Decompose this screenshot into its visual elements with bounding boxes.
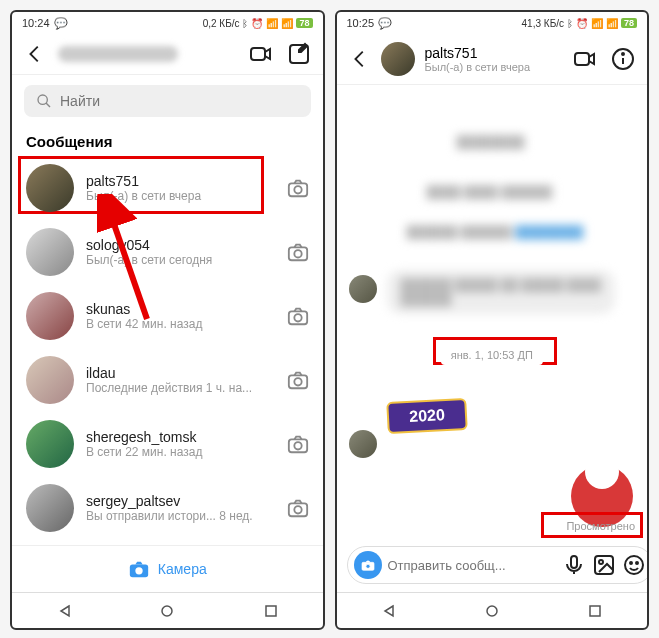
chat-thread-header: palts751 Был(-a) в сети вчера	[337, 34, 648, 85]
nav-back-icon[interactable]	[381, 604, 395, 618]
camera-icon[interactable]	[287, 305, 309, 327]
compose-camera-button[interactable]	[354, 551, 382, 579]
chat-name: ildau	[86, 365, 275, 381]
chat-row[interactable]: skunas В сети 42 мин. назад	[12, 284, 323, 348]
avatar	[26, 228, 74, 276]
thread-username[interactable]: palts751	[425, 45, 531, 61]
message-timestamp: янв. 1, 10:53 ДП	[441, 345, 543, 365]
camera-icon	[360, 557, 376, 573]
back-arrow-icon[interactable]	[349, 48, 371, 70]
svg-point-2	[38, 95, 47, 104]
search-input[interactable]	[60, 93, 299, 109]
back-arrow-icon[interactable]	[24, 43, 46, 65]
message-composer	[337, 538, 648, 592]
camera-icon[interactable]	[287, 369, 309, 391]
svg-point-26	[599, 560, 603, 564]
svg-point-8	[294, 314, 301, 321]
bluetooth-icon: ᛒ	[242, 18, 248, 29]
phone-left-dm-list: 10:24 💬 0,2 КБ/с ᛒ ⏰ 📶 📶 78 Сообщения	[10, 10, 325, 630]
svg-point-29	[636, 562, 638, 564]
avatar	[26, 164, 74, 212]
svg-rect-19	[575, 53, 589, 65]
chat-row[interactable]: sergey_paltsev Вы отправили истори... 8 …	[12, 476, 323, 540]
search-box[interactable]	[24, 85, 311, 117]
chat-row[interactable]: sologv054 Был(-a) в сети сегодня	[12, 220, 323, 284]
chat-row[interactable]: sheregesh_tomsk В сети 22 мин. назад	[12, 412, 323, 476]
chat-row[interactable]: ildau Последние действия 1 ч. на...	[12, 348, 323, 412]
blurred-message: ████████	[457, 135, 525, 149]
chat-list: palts751 Был(-a) в сети вчера sologv054 …	[12, 156, 323, 545]
avatar	[26, 484, 74, 532]
status-time: 10:25	[347, 17, 375, 29]
chat-name: skunas	[86, 301, 275, 317]
svg-point-27	[625, 556, 643, 574]
camera-icon[interactable]	[287, 177, 309, 199]
android-nav-bar	[337, 592, 648, 628]
chat-bubble-icon: 💬	[54, 17, 68, 30]
status-time: 10:24	[22, 17, 50, 29]
camera-button[interactable]: Камера	[12, 545, 323, 592]
svg-rect-24	[571, 556, 577, 568]
compose-icon[interactable]	[287, 42, 311, 66]
chat-name: sergey_paltsev	[86, 493, 275, 509]
svg-point-17	[162, 606, 172, 616]
search-icon	[36, 93, 52, 109]
account-name-blurred[interactable]	[58, 46, 178, 62]
sticker-2020[interactable]: 2020	[386, 398, 468, 434]
avatar	[26, 292, 74, 340]
svg-point-21	[622, 53, 624, 55]
camera-icon[interactable]	[287, 433, 309, 455]
sticker-icon[interactable]	[622, 553, 646, 577]
wifi-icon: 📶	[281, 18, 293, 29]
chat-bubble-icon: 💬	[378, 17, 392, 30]
thread-status: Был(-a) в сети вчера	[425, 61, 531, 73]
nav-back-icon[interactable]	[57, 604, 71, 618]
camera-icon[interactable]	[287, 241, 309, 263]
avatar	[26, 420, 74, 468]
blurred-message: ██████ ██████ ████████	[407, 225, 584, 239]
sticker-bunny[interactable]	[571, 465, 633, 527]
message-input[interactable]	[388, 558, 556, 573]
blurred-message-bubble: ██████ █████ ██ █████ ██████████	[387, 270, 615, 314]
status-bar: 10:24 💬 0,2 КБ/с ᛒ ⏰ 📶 📶 78	[12, 12, 323, 34]
chat-row-palts751[interactable]: palts751 Был(-a) в сети вчера	[12, 156, 323, 220]
avatar[interactable]	[381, 42, 415, 76]
chat-status: Был(-a) в сети вчера	[86, 189, 275, 203]
svg-point-6	[294, 250, 301, 257]
chat-status: В сети 22 мин. назад	[86, 445, 275, 459]
battery-badge: 78	[296, 18, 312, 28]
svg-point-14	[294, 506, 301, 513]
svg-point-10	[294, 378, 301, 385]
wifi-icon: 📶	[606, 18, 618, 29]
chat-status: Вы отправили истори... 8 нед.	[86, 509, 275, 523]
chat-name: palts751	[86, 173, 275, 189]
camera-icon[interactable]	[287, 497, 309, 519]
dm-header	[12, 34, 323, 75]
nav-recent-icon[interactable]	[588, 604, 602, 618]
chat-status: Был(-a) в сети сегодня	[86, 253, 275, 267]
mic-icon[interactable]	[562, 553, 586, 577]
svg-point-12	[294, 442, 301, 449]
info-icon[interactable]	[611, 47, 635, 71]
compose-field[interactable]	[347, 546, 650, 584]
message-avatar	[349, 275, 377, 303]
alarm-icon: ⏰	[251, 18, 263, 29]
avatar	[26, 356, 74, 404]
search-container	[12, 75, 323, 127]
alarm-icon: ⏰	[576, 18, 588, 29]
nav-home-icon[interactable]	[485, 604, 499, 618]
svg-point-16	[135, 567, 142, 574]
phone-right-chat-thread: 10:25 💬 41,3 КБ/с ᛒ ⏰ 📶 📶 78 palts751 Бы…	[335, 10, 650, 630]
gallery-icon[interactable]	[592, 553, 616, 577]
sticker-text: 2020	[408, 406, 444, 426]
bluetooth-icon: ᛒ	[567, 18, 573, 29]
nav-recent-icon[interactable]	[264, 604, 278, 618]
message-avatar	[349, 430, 377, 458]
battery-badge: 78	[621, 18, 637, 28]
video-call-icon[interactable]	[573, 47, 597, 71]
video-call-icon[interactable]	[249, 42, 273, 66]
chat-body[interactable]: ████████ ████ ████ ██████ ██████ ██████ …	[337, 85, 648, 538]
nav-home-icon[interactable]	[160, 604, 174, 618]
chat-name: sheregesh_tomsk	[86, 429, 275, 445]
section-title-messages: Сообщения	[12, 127, 323, 156]
